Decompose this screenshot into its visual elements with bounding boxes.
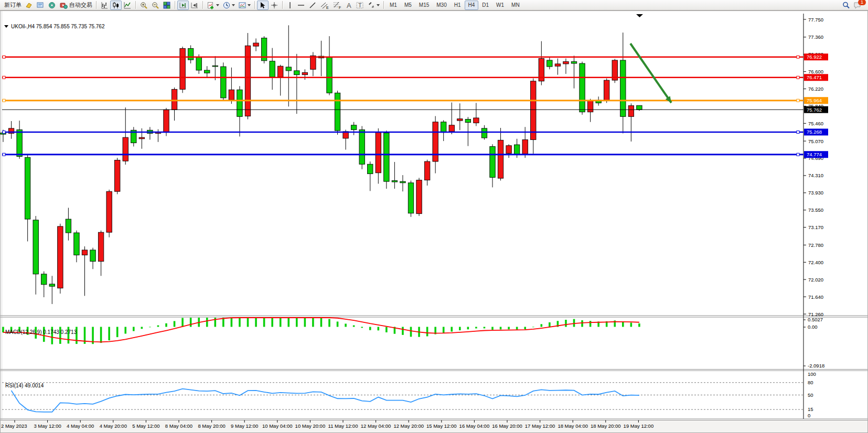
strategy-tester-icon[interactable]	[46, 1, 58, 10]
candle-bullish	[376, 133, 381, 173]
time-axis-label: 15 May 12:00	[426, 423, 457, 429]
new-order-label: 新订单	[4, 1, 22, 9]
dropdown-caret-icon	[377, 4, 380, 6]
macd-histogram-bar	[320, 318, 323, 327]
cursor-tool-icon[interactable]	[257, 1, 269, 10]
candle-bearish	[637, 105, 642, 110]
chart-window: UKOil-,H4 75.854 75.855 75.735 75.762 MA…	[0, 10, 868, 433]
bar-chart-icon[interactable]	[99, 1, 110, 10]
line-handle[interactable]	[797, 76, 799, 79]
price-axis-tick-label: 73.170	[808, 224, 823, 230]
autotrading-button[interactable]: 自动交易	[58, 1, 94, 10]
toolbar-separator	[254, 1, 255, 9]
line-handle[interactable]	[3, 56, 5, 58]
zoom-out-icon[interactable]	[149, 1, 161, 10]
zoom-in-icon[interactable]	[138, 1, 149, 10]
indicators-icon[interactable]	[205, 1, 221, 10]
line-handle[interactable]	[3, 76, 5, 79]
market-watch-icon[interactable]	[23, 1, 35, 10]
candle-bearish	[335, 93, 340, 131]
candle-bearish	[270, 61, 275, 77]
candle-bullish	[115, 160, 120, 191]
macd-histogram-bar	[247, 318, 249, 327]
line-handle[interactable]	[797, 131, 799, 133]
line-handle[interactable]	[797, 56, 799, 58]
candle-bullish	[180, 48, 185, 89]
timeframe-h4-button[interactable]: H4	[465, 1, 479, 10]
candle-bearish	[205, 70, 210, 73]
tile-windows-icon[interactable]	[161, 1, 173, 10]
candle-bearish	[351, 125, 356, 130]
line-handle[interactable]	[797, 153, 799, 156]
new-order-button[interactable]: 新订单	[1, 1, 23, 10]
candle-bullish	[449, 125, 454, 132]
macd-histogram-bar	[255, 318, 257, 327]
chart-dropdown-icon[interactable]	[4, 25, 8, 28]
timeframe-m5-button[interactable]: M5	[401, 1, 415, 10]
candle-bearish	[90, 250, 95, 262]
line-handle[interactable]	[797, 99, 799, 102]
trendline-tool-icon[interactable]	[307, 1, 318, 10]
templates-icon[interactable]	[237, 1, 252, 10]
text-tool-icon[interactable]: A	[344, 1, 354, 10]
crosshair-tool-icon[interactable]	[269, 1, 280, 10]
price-axis-tick-label: 71.640	[808, 294, 823, 300]
candle-bearish	[571, 62, 576, 63]
timeframe-m30-button[interactable]: M30	[433, 1, 450, 10]
candle-bullish	[531, 81, 536, 140]
timeframe-w1-button[interactable]: W1	[492, 1, 508, 10]
toolbar-separator	[383, 1, 384, 9]
dropdown-caret-icon	[232, 4, 235, 6]
main-toolbar: 新订单 自动交易	[0, 0, 868, 10]
arrows-tool-icon[interactable]	[366, 1, 381, 10]
timeframe-m1-button[interactable]: M1	[386, 1, 401, 10]
macd-histogram-bar	[500, 327, 502, 330]
macd-histogram-bar	[157, 326, 159, 327]
chart-shift-icon[interactable]	[189, 1, 200, 10]
macd-histogram-bar	[475, 327, 477, 329]
candle-bullish	[302, 72, 307, 74]
macd-histogram-bar	[141, 327, 143, 329]
line-chart-icon[interactable]	[122, 1, 133, 10]
periods-icon[interactable]	[221, 1, 237, 10]
terminal-icon[interactable]	[35, 1, 46, 10]
candlestick-chart-icon[interactable]	[110, 1, 122, 10]
line-handle[interactable]	[3, 153, 5, 156]
time-axis-label: 8 May 04:00	[165, 423, 192, 429]
time-axis-label: 10 May 20:00	[295, 423, 326, 429]
candle-bullish	[245, 46, 250, 116]
timeframe-m15-button[interactable]: M15	[415, 1, 433, 10]
toolbar-separator	[202, 1, 203, 9]
candle-bullish	[278, 66, 283, 77]
candle-bearish	[196, 57, 201, 70]
vertical-line-tool-icon[interactable]	[285, 1, 295, 10]
timeframe-d1-button[interactable]: D1	[478, 1, 492, 10]
candle-bullish	[474, 118, 479, 123]
notifications-icon[interactable]: 1	[852, 1, 864, 10]
candle-bearish	[547, 60, 552, 67]
macd-histogram-bar	[451, 327, 453, 332]
price-axis-tick-label: 73.550	[808, 207, 823, 213]
svg-text:A: A	[347, 2, 351, 9]
chart-canvas[interactable]: 77.75077.36076.98076.60076.22075.84075.4…	[0, 10, 868, 433]
price-axis-tick-label: 76.220	[808, 86, 823, 92]
line-handle[interactable]	[3, 99, 5, 102]
search-icon[interactable]	[840, 1, 852, 10]
price-axis-tick-label: 72.780	[808, 242, 823, 248]
auto-scroll-icon[interactable]	[177, 1, 189, 10]
horizontal-line-tool-icon[interactable]	[295, 1, 307, 10]
macd-histogram-bar	[2, 327, 4, 333]
timeframe-mn-button[interactable]: MN	[508, 1, 523, 10]
candle-bullish	[123, 137, 128, 161]
candle-bearish	[41, 274, 47, 285]
line-handle[interactable]	[3, 131, 5, 133]
fibonacci-tool-icon[interactable]: F	[331, 1, 344, 10]
timeframe-h1-button[interactable]: H1	[451, 1, 465, 10]
time-axis-label: 11 May 12:00	[328, 423, 358, 429]
candle-bearish	[66, 219, 71, 233]
price-level-badge-label: 75.964	[807, 98, 822, 103]
rsi-axis-label: 0	[808, 413, 810, 418]
macd-histogram-bar	[149, 327, 151, 328]
label-tool-icon[interactable]: T	[354, 1, 366, 10]
channel-tool-icon[interactable]: E	[318, 1, 331, 10]
